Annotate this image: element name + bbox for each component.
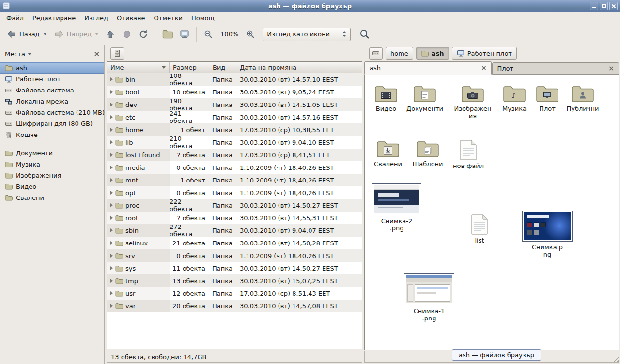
up-button[interactable] [102, 28, 119, 41]
expander-icon[interactable] [110, 254, 113, 258]
computer-button[interactable] [176, 28, 193, 41]
icon-view-item[interactable]: Документи [404, 85, 445, 112]
expander-icon[interactable] [110, 103, 113, 106]
table-row[interactable]: root? обектаПапка30.03.2010 (вт) 14,55,3… [107, 212, 362, 224]
icon-view-item[interactable]: Снимка-2.png [372, 183, 422, 232]
table-row[interactable]: tmp13 обектаПапка30.03.2010 (вт) 15,07,2… [107, 274, 362, 287]
forward-button[interactable]: Напред [50, 28, 102, 41]
table-row[interactable]: usr12 обектаПапка17.03.2010 (ср) 8,51,43… [107, 287, 362, 300]
table-row[interactable]: bin108 обектаПапка30.03.2010 (вт) 14,57,… [107, 73, 362, 86]
menu-item-5[interactable]: Помощ [187, 13, 219, 23]
menu-item-0[interactable]: Файл [2, 13, 28, 23]
expander-icon[interactable] [110, 115, 113, 119]
column-header-name[interactable]: Име [107, 62, 170, 73]
expander-icon[interactable] [110, 90, 113, 94]
icon-view-item[interactable]: Шаблони [407, 140, 448, 167]
menu-item-3[interactable]: Отиване [112, 13, 149, 23]
table-row[interactable]: lib210 обектаПапка30.03.2010 (вт) 9,04,1… [107, 136, 362, 149]
titlebar[interactable]: ash — файлов браузър [0, 0, 620, 12]
stop-button[interactable] [119, 28, 135, 41]
expander-icon[interactable] [110, 304, 113, 308]
pathbar-button[interactable]: home [386, 47, 413, 60]
icon-view-item[interactable]: нов файл [448, 140, 489, 169]
home-button[interactable] [159, 28, 176, 41]
minimize-button[interactable] [590, 2, 598, 10]
sidebar-item[interactable]: Работен плот [0, 74, 104, 85]
icon-view-item[interactable]: Свалени [368, 140, 408, 167]
places-close-icon[interactable] [94, 51, 99, 57]
search-button[interactable] [356, 27, 374, 42]
pathbar-button[interactable]: ash [416, 47, 449, 60]
table-row[interactable]: boot10 обектаПапка30.03.2010 (вт) 9,05,2… [107, 86, 362, 98]
zoom-in-button[interactable] [242, 28, 259, 41]
icon-view-item[interactable]: list [459, 214, 500, 244]
column-header-size[interactable]: Размер [170, 62, 209, 73]
view-mode-select[interactable]: Изглед като икони [263, 28, 351, 41]
expander-icon[interactable] [110, 203, 113, 207]
table-row[interactable]: lost+found? обектаПапка17.03.2010 (ср) 8… [107, 149, 362, 161]
table-row[interactable]: opt0 обектаПапка1.10.2009 (чт) 18,40,26 … [107, 186, 362, 199]
zoom-out-button[interactable] [200, 28, 217, 41]
icon-view-item[interactable]: Снимка-1.png [404, 273, 454, 322]
tab-close-icon[interactable] [481, 66, 486, 71]
sidebar-item[interactable]: Видео [0, 181, 104, 192]
table-row[interactable]: etc241 обектаПапка30.03.2010 (вт) 14,57,… [107, 111, 362, 123]
sidebar-item[interactable]: Документи [0, 148, 104, 159]
sidebar-item[interactable]: Шифриран дял (80 GB) [0, 118, 104, 129]
icon-view-item[interactable]: Плот [527, 85, 568, 112]
close-button[interactable] [609, 2, 618, 10]
pathbar-button[interactable]: Работен плот [452, 47, 517, 60]
menu-item-4[interactable]: Отметки [149, 13, 186, 23]
expander-icon[interactable] [110, 279, 113, 283]
sidebar-item[interactable]: Музика [0, 159, 104, 170]
date-cell: 17.03.2010 (ср) 8,41,51 EET [236, 149, 362, 161]
sidebar-item[interactable]: Изображения [0, 170, 104, 181]
table-row[interactable]: selinux21 обектаПапка30.03.2010 (вт) 14,… [107, 237, 362, 249]
maximize-button[interactable] [600, 2, 608, 10]
table-row[interactable]: var20 обектаПапка30.03.2010 (вт) 14,57,0… [107, 300, 362, 312]
sidebar-item[interactable]: Файлова система [0, 85, 104, 96]
expander-icon[interactable] [110, 178, 113, 182]
table-row[interactable]: sys11 обектаПапка30.03.2010 (вт) 14,50,2… [107, 262, 362, 274]
expander-icon[interactable] [110, 128, 113, 132]
table-row[interactable]: dev190 обектаПапка30.03.2010 (вт) 14,51,… [107, 98, 362, 111]
sidebar-item[interactable]: Свалени [0, 192, 104, 203]
tab-close-icon[interactable] [609, 66, 614, 71]
back-button[interactable]: Назад [3, 28, 50, 41]
expander-icon[interactable] [110, 140, 113, 144]
expander-icon[interactable] [110, 241, 113, 245]
menu-item-2[interactable]: Изглед [80, 13, 112, 23]
table-row[interactable]: media0 обектаПапка1.10.2009 (чт) 18,40,2… [107, 161, 362, 174]
expander-icon[interactable] [110, 77, 113, 81]
pathbar-root-button[interactable] [369, 47, 383, 60]
expander-icon[interactable] [110, 191, 113, 195]
sidebar-item[interactable]: Кошче [0, 129, 104, 140]
expander-icon[interactable] [110, 153, 113, 157]
expander-icon[interactable] [110, 166, 113, 169]
icon-view-item[interactable]: Видео [366, 85, 406, 112]
root-location-button[interactable] [110, 47, 124, 60]
menu-item-1[interactable]: Редактиране [28, 13, 80, 23]
table-row[interactable]: home1 обектПапка17.03.2010 (ср) 10,38,55… [107, 123, 362, 136]
column-header-date[interactable]: Дата на промяна [236, 62, 362, 73]
sidebar-item[interactable]: Локална мрежа [0, 96, 104, 107]
expander-icon[interactable] [110, 216, 113, 220]
icon-view-item[interactable]: Снимка.png [522, 211, 573, 258]
expander-icon[interactable] [110, 291, 113, 295]
sidebar-item[interactable]: Файлова система (210 MB) [0, 107, 104, 118]
icon-view-item[interactable]: Изображения [452, 85, 493, 120]
notebook-tab[interactable]: Плот [492, 62, 620, 75]
reload-button[interactable] [135, 28, 152, 41]
expander-icon[interactable] [110, 266, 113, 270]
places-dropdown-icon[interactable] [28, 53, 31, 55]
places-title[interactable]: Места [5, 50, 25, 58]
icon-view-item[interactable]: Публични [562, 85, 603, 112]
sidebar-item[interactable]: ash [0, 62, 104, 74]
notebook-tab[interactable]: ash [364, 61, 492, 75]
table-row[interactable]: sbin272 обектаПапка30.03.2010 (вт) 9,04,… [107, 224, 362, 237]
table-row[interactable]: mnt1 обектПапка1.10.2009 (чт) 18,40,26 E… [107, 174, 362, 186]
table-row[interactable]: proc222 обектаПапка30.03.2010 (вт) 14,50… [107, 199, 362, 212]
column-header-type[interactable]: Вид [209, 62, 236, 73]
table-row[interactable]: srv0 обектаПапка1.10.2009 (чт) 18,40,26 … [107, 249, 362, 262]
expander-icon[interactable] [110, 228, 113, 232]
